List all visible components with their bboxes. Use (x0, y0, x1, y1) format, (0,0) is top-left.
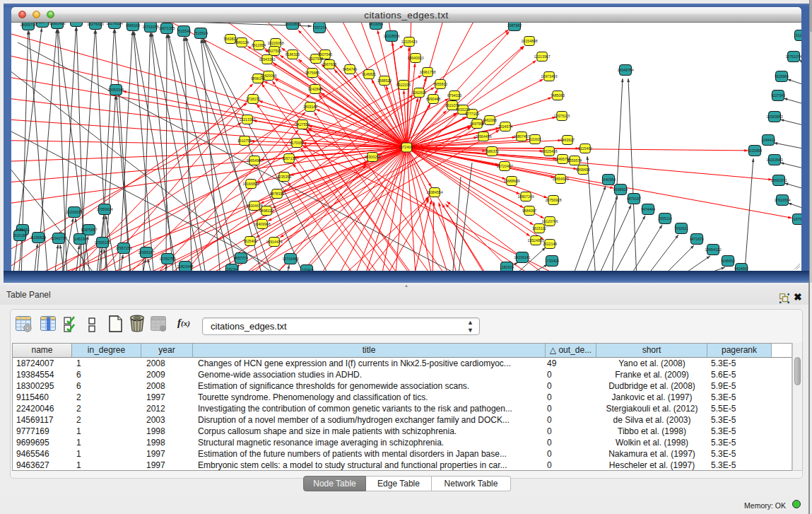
svg-text:16210643: 16210643 (766, 158, 782, 162)
svg-text:7515546: 7515546 (177, 29, 191, 33)
svg-text:7625402: 7625402 (243, 239, 257, 243)
svg-text:1640954: 1640954 (601, 177, 616, 182)
svg-text:20756928: 20756928 (545, 198, 561, 202)
svg-text:8878334: 8878334 (270, 192, 284, 196)
svg-text:15276024: 15276024 (106, 23, 122, 25)
svg-text:2718170: 2718170 (246, 97, 260, 101)
svg-text:16120746: 16120746 (541, 219, 558, 223)
svg-text:16543382: 16543382 (259, 57, 275, 62)
svg-text:8170061: 8170061 (290, 141, 304, 145)
svg-text:19166825: 19166825 (242, 182, 259, 186)
svg-text:16914479: 16914479 (266, 240, 282, 244)
svg-text:8471676: 8471676 (690, 237, 704, 241)
svg-text:16154808: 16154808 (521, 39, 537, 43)
svg-text:12342737: 12342737 (50, 236, 66, 240)
svg-text:10653287: 10653287 (68, 23, 84, 23)
svg-text:17957253: 17957253 (115, 246, 131, 250)
svg-text:9463627: 9463627 (560, 138, 575, 142)
svg-text:9245652: 9245652 (721, 259, 735, 263)
svg-text:1235359: 1235359 (277, 175, 291, 179)
svg-text:19356442: 19356442 (34, 23, 50, 24)
svg-text:15276023: 15276023 (87, 23, 103, 26)
svg-text:1610755: 1610755 (237, 139, 252, 143)
svg-text:15751074: 15751074 (785, 54, 801, 59)
svg-text:16961758: 16961758 (419, 70, 435, 74)
svg-text:1312564: 1312564 (794, 33, 801, 37)
svg-text:1359574: 1359574 (567, 158, 582, 163)
svg-text:12975115: 12975115 (554, 114, 570, 118)
svg-text:6899695: 6899695 (576, 168, 590, 172)
svg-text:12505135: 12505135 (94, 240, 110, 245)
svg-text:9777109: 9777109 (465, 112, 479, 116)
svg-text:6879197: 6879197 (627, 197, 641, 201)
svg-text:13524851: 13524851 (527, 238, 543, 243)
svg-text:9684067: 9684067 (522, 209, 536, 213)
svg-text:1307546: 1307546 (318, 52, 332, 57)
svg-text:12213383: 12213383 (239, 117, 255, 122)
svg-text:18724007: 18724007 (399, 145, 415, 149)
svg-text:8427552: 8427552 (295, 122, 310, 127)
svg-text:6966160: 6966160 (126, 23, 140, 28)
svg-text:9329966: 9329966 (775, 74, 789, 78)
svg-text:15692971: 15692971 (770, 178, 787, 182)
svg-text:10688609: 10688609 (503, 179, 519, 183)
svg-text:1167534: 1167534 (792, 217, 801, 221)
svg-text:621603: 621603 (529, 137, 541, 141)
svg-text:12213967: 12213967 (534, 54, 550, 59)
svg-text:6794023: 6794023 (447, 93, 461, 98)
svg-text:18807249: 18807249 (517, 194, 534, 199)
svg-text:2522144: 2522144 (543, 242, 557, 246)
svg-text:16671355: 16671355 (158, 26, 175, 30)
svg-text:2803144: 2803144 (303, 105, 317, 109)
svg-text:9462066: 9462066 (483, 118, 497, 122)
svg-text:9875685: 9875685 (305, 71, 319, 75)
svg-text:9896142: 9896142 (251, 76, 265, 81)
svg-text:7515524: 7515524 (194, 31, 208, 35)
svg-text:1615112: 1615112 (532, 226, 546, 230)
svg-text:9242848: 9242848 (308, 87, 322, 91)
svg-text:19384554: 19384554 (426, 190, 442, 194)
svg-text:2087682: 2087682 (507, 23, 522, 28)
svg-text:15004678: 15004678 (246, 204, 262, 208)
svg-text:9327508: 9327508 (309, 57, 323, 61)
svg-text:17016504: 17016504 (774, 198, 790, 202)
svg-text:1282534: 1282534 (500, 265, 514, 269)
svg-text:9498222: 9498222 (259, 209, 273, 213)
svg-text:3215958: 3215958 (748, 148, 762, 153)
svg-text:20891406: 20891406 (49, 23, 65, 25)
svg-text:3915186: 3915186 (13, 233, 27, 238)
svg-text:2967608: 2967608 (322, 62, 336, 66)
svg-text:3267130: 3267130 (282, 156, 296, 160)
svg-text:8960124: 8960124 (235, 40, 249, 45)
svg-text:10719155: 10719155 (142, 25, 158, 29)
svg-text:9424502: 9424502 (734, 267, 748, 271)
svg-text:8485061: 8485061 (16, 228, 30, 232)
svg-text:10958187: 10958187 (138, 250, 154, 255)
svg-text:16648784: 16648784 (617, 68, 633, 72)
svg-text:7357274: 7357274 (312, 25, 326, 30)
svg-text:8186323: 8186323 (286, 52, 300, 57)
svg-text:20053346: 20053346 (107, 88, 124, 92)
svg-text:18300295: 18300295 (364, 155, 380, 159)
svg-text:9657774: 9657774 (234, 256, 248, 260)
svg-text:1282344: 1282344 (225, 267, 239, 271)
svg-text:8938924: 8938924 (613, 187, 628, 192)
svg-text:13716485: 13716485 (282, 257, 298, 261)
svg-text:17359924: 17359924 (96, 207, 112, 211)
svg-text:8454749: 8454749 (343, 67, 357, 71)
svg-text:19654985: 19654985 (246, 158, 262, 163)
svg-text:1145193: 1145193 (73, 237, 87, 241)
svg-text:3024574: 3024574 (498, 124, 512, 129)
svg-text:18640910: 18640910 (407, 56, 423, 60)
svg-text:19218506: 19218506 (383, 34, 399, 38)
svg-text:2935114: 2935114 (658, 216, 672, 221)
svg-text:8990448: 8990448 (426, 97, 440, 101)
svg-text:7986372: 7986372 (485, 149, 499, 153)
svg-text:9146821: 9146821 (362, 72, 376, 76)
svg-text:15720407: 15720407 (496, 164, 512, 168)
svg-text:20564436: 20564436 (475, 134, 491, 139)
svg-text:7955812: 7955812 (433, 82, 447, 86)
svg-text:90975857: 90975857 (81, 228, 97, 232)
svg-text:10973493: 10973493 (541, 74, 557, 78)
svg-text:8322035: 8322035 (396, 83, 411, 87)
